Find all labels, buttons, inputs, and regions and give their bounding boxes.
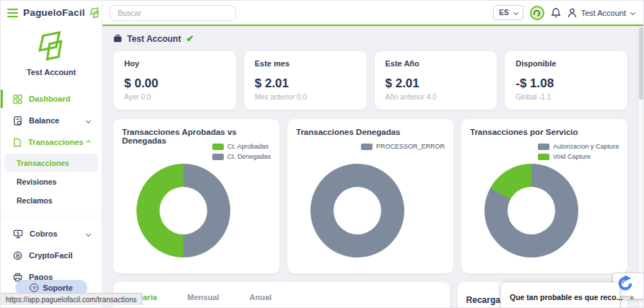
topbar-actions: ES [493,5,643,20]
legend-label: PROCESSOR_ERROR [376,143,445,150]
sidebar-item-label: CryptoFacil [29,251,73,260]
sidebar-item-cryptofacil[interactable]: CryptoFacil [1,245,102,266]
chevron-down-icon [630,10,635,15]
hamburger-menu-icon[interactable] [7,9,18,17]
charts-row: Transacciones Aprobadas vs Denegadas Ct.… [113,119,627,273]
stat-title: Hoy [124,59,225,68]
stat-subtitle: Ayer 0.0 [124,93,225,101]
chart-title: Transacciones por Servicio [470,128,619,136]
donut-chart [310,164,404,258]
tab-anual[interactable]: Anual [250,293,272,308]
sidebar-divider [1,216,102,216]
scrollbar-thumb[interactable] [639,27,643,100]
legend-item: PROCESSOR_ERROR [361,143,445,150]
legend-label: Ct. Denegadas [227,153,271,160]
stat-value: -$ 1.08 [515,76,617,91]
account-logo-block: Test Account [1,30,102,76]
chart-title: Transacciones Denegadas [296,128,445,136]
main-content: Test Account ✔ Hoy $ 0.00 Ayer 0.0 Este … [103,27,638,307]
stat-card-este-mes: Este mes $ 2.01 Mes anterior 0.0 [244,51,367,110]
legend-color-chip [361,144,373,150]
topbar: ES [103,1,643,26]
survey-expand-arrow-icon[interactable]: ▲ [628,294,635,301]
browser-status-bar: https://app.paguelofacil.com/transaction… [1,293,142,305]
stat-card-este-ano: Este Año $ 2.01 Año anterior 4.0 [375,51,497,110]
chart-legend: Ct. AprobadasCt. Denegadas [212,143,271,160]
dashboard-grid-icon [13,94,22,104]
stat-value: $ 2.01 [255,76,356,91]
stat-value: $ 2.01 [386,76,487,91]
payments-terminal-icon: $ [13,229,23,239]
legend-label: Ct. Aprobadas [227,143,269,150]
user-account-label: Test Account [581,9,626,17]
account-header-title: Test Account [127,34,181,44]
chart-legend: Autorizacion y CapturaVoid Capture [538,143,619,160]
sidebar-nav: Dashboard Balance Transacciones Transacc… [1,88,102,295]
brand-logo-text: PagueloFacil [23,7,85,18]
legend-color-chip [212,144,224,150]
donut-hole [334,187,381,234]
stat-title: Disponible [515,59,617,68]
donut-chart [484,164,578,258]
sidebar-item-label: Cobros [30,229,58,238]
user-icon [567,8,577,18]
sidebar-subitem-reclamos[interactable]: Reclamos [4,191,98,209]
legend-label: Autorizacion y Captura [553,143,619,150]
stat-title: Este Año [386,59,487,68]
sidebar-item-cobros[interactable]: $ Cobros [1,223,102,245]
support-button-label: Soporte [43,283,73,292]
sidebar-item-balance[interactable]: Balance [1,110,102,131]
balance-document-icon [13,116,22,126]
chart-legend: PROCESSOR_ERROR [361,143,445,150]
survey-text: Que tan probable es que reco... [510,293,622,302]
stat-title: Este mes [255,59,356,68]
search-input[interactable] [110,5,236,21]
account-header-band: Test Account ✔ [103,27,638,45]
svg-text:$: $ [17,231,19,235]
question-mark-icon: ? [30,283,38,292]
language-value: ES [499,9,508,17]
sidebar-item-label: Balance [29,116,59,125]
chevron-down-icon [86,231,91,236]
chevron-up-icon [86,139,91,144]
sidebar-item-dashboard[interactable]: Dashboard [1,88,102,110]
recaptcha-logo-icon [617,276,633,291]
survey-popup[interactable]: Que tan probable es que reco... ▲ [501,283,619,308]
sidebar: PagueloFacil Test Account [1,1,103,308]
legend-color-chip [212,154,224,160]
period-tabs-card: Diaria Mensual Anual [113,282,450,308]
sidebar-header: PagueloFacil [1,1,102,25]
notifications-bell-icon[interactable] [551,7,561,18]
sidebar-item-transacciones[interactable]: Transacciones [1,131,102,153]
account-shield-logo-icon [38,30,64,61]
brand-shield-icon [90,7,100,18]
stat-card-disponible: Disponible -$ 1.08 Global -1.1 [505,51,627,110]
crypto-coin-icon [13,251,22,260]
stats-row: Hoy $ 0.00 Ayer 0.0 Este mes $ 2.01 Mes … [113,51,627,110]
stat-card-hoy: Hoy $ 0.00 Ayer 0.0 [113,51,236,110]
stat-subtitle: Global -1.1 [515,93,617,101]
briefcase-icon [113,35,122,43]
vertical-scrollbar[interactable] [638,27,643,307]
language-select[interactable]: ES [493,5,523,20]
tab-mensual[interactable]: Mensual [188,293,219,308]
support-agent-icon[interactable] [530,6,544,20]
donut-hole [160,187,207,234]
donut-chart [136,164,230,258]
sidebar-item-label: Transacciones [28,138,83,146]
stat-value: $ 0.00 [124,76,225,91]
sidebar-subitem-revisiones[interactable]: Revisiones [4,172,98,190]
sidebar-account-name: Test Account [1,68,102,76]
legend-color-chip [538,144,549,150]
legend-label: Void Capture [553,153,591,160]
legend-item: Autorizacion y Captura [538,143,619,150]
sidebar-subitem-transacciones[interactable]: Transacciones [4,154,98,172]
stat-subtitle: Año anterior 4.0 [386,93,487,101]
chart-card-denegadas: Transacciones Denegadas PROCESSOR_ERROR [287,119,453,273]
legend-item: Ct. Aprobadas [212,143,269,150]
chevron-down-icon [513,10,518,15]
user-menu[interactable]: Test Account [567,8,635,18]
donut-hole [508,187,555,234]
app-window: PagueloFacil Test Account [0,0,644,308]
transactions-file-icon [13,138,22,147]
